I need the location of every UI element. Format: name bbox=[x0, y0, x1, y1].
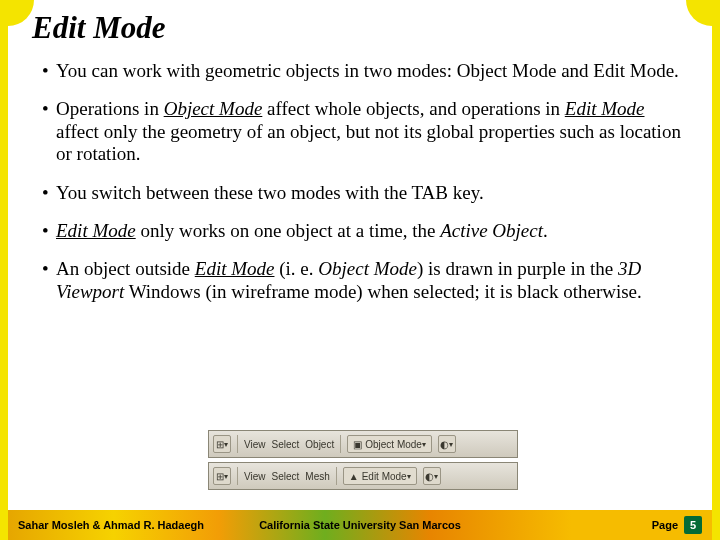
edit-icon: ▲ bbox=[349, 471, 359, 482]
slide: Edit Mode You can work with geometric ob… bbox=[0, 0, 720, 540]
b2c: affect whole objects, and operations in bbox=[262, 98, 565, 119]
b5b: Edit Mode bbox=[195, 258, 275, 279]
menu-select[interactable]: Select bbox=[272, 439, 300, 450]
bullet-2: Operations in Object Mode affect whole o… bbox=[42, 98, 682, 165]
b2e: affect only the geometry of an object, b… bbox=[56, 121, 681, 164]
b2a: Operations in bbox=[56, 98, 164, 119]
b4c: Active Object bbox=[440, 220, 543, 241]
mode-label: Edit Mode bbox=[362, 471, 407, 482]
blender-header-object-mode: ⊞ View Select Object ▣ Object Mode ◐ bbox=[208, 430, 518, 458]
b2b: Object Mode bbox=[164, 98, 263, 119]
b5e: ) is drawn in purple in the bbox=[417, 258, 618, 279]
b5a: An object outside bbox=[56, 258, 195, 279]
separator bbox=[237, 467, 238, 485]
b4a: Edit Mode bbox=[56, 220, 136, 241]
slide-title: Edit Mode bbox=[8, 0, 712, 46]
bullet-1-text: You can work with geometric objects in t… bbox=[56, 60, 679, 81]
separator bbox=[237, 435, 238, 453]
slide-footer: Sahar Mosleh & Ahmad R. Hadaegh Californ… bbox=[8, 510, 712, 540]
page-label: Page bbox=[652, 519, 678, 531]
b4d: . bbox=[543, 220, 548, 241]
bullet-3: You switch between these two modes with … bbox=[42, 182, 682, 204]
b5d: Object Mode bbox=[318, 258, 417, 279]
mode-label: Object Mode bbox=[365, 439, 422, 450]
mode-dropdown-object[interactable]: ▣ Object Mode bbox=[347, 435, 432, 453]
embedded-screenshots: ⊞ View Select Object ▣ Object Mode ◐ ⊞ V… bbox=[208, 430, 518, 490]
b5c: (i. e. bbox=[274, 258, 318, 279]
blender-header-edit-mode: ⊞ View Select Mesh ▲ Edit Mode ◐ bbox=[208, 462, 518, 490]
bullet-3-text: You switch between these two modes with … bbox=[56, 182, 484, 203]
footer-authors: Sahar Mosleh & Ahmad R. Hadaegh bbox=[18, 519, 204, 531]
b5g: Windows (in wireframe mode) when selecte… bbox=[124, 281, 642, 302]
menu-object[interactable]: Object bbox=[305, 439, 334, 450]
cube-icon: ▣ bbox=[353, 439, 362, 450]
menu-view[interactable]: View bbox=[244, 439, 266, 450]
menu-mesh[interactable]: Mesh bbox=[305, 471, 329, 482]
separator bbox=[336, 467, 337, 485]
b2d: Edit Mode bbox=[565, 98, 645, 119]
bullet-5: An object outside Edit Mode (i. e. Objec… bbox=[42, 258, 682, 303]
bullet-1: You can work with geometric objects in t… bbox=[42, 60, 682, 82]
page-number: 5 bbox=[684, 516, 702, 534]
separator bbox=[340, 435, 341, 453]
bullet-4: Edit Mode only works on one object at a … bbox=[42, 220, 682, 242]
editor-type-icon[interactable]: ⊞ bbox=[213, 435, 231, 453]
editor-type-icon[interactable]: ⊞ bbox=[213, 467, 231, 485]
mode-dropdown-edit[interactable]: ▲ Edit Mode bbox=[343, 467, 417, 485]
shading-icon[interactable]: ◐ bbox=[423, 467, 441, 485]
shading-icon[interactable]: ◐ bbox=[438, 435, 456, 453]
b4b: only works on one object at a time, the bbox=[136, 220, 440, 241]
menu-view[interactable]: View bbox=[244, 471, 266, 482]
menu-select[interactable]: Select bbox=[272, 471, 300, 482]
slide-content: You can work with geometric objects in t… bbox=[8, 46, 712, 303]
